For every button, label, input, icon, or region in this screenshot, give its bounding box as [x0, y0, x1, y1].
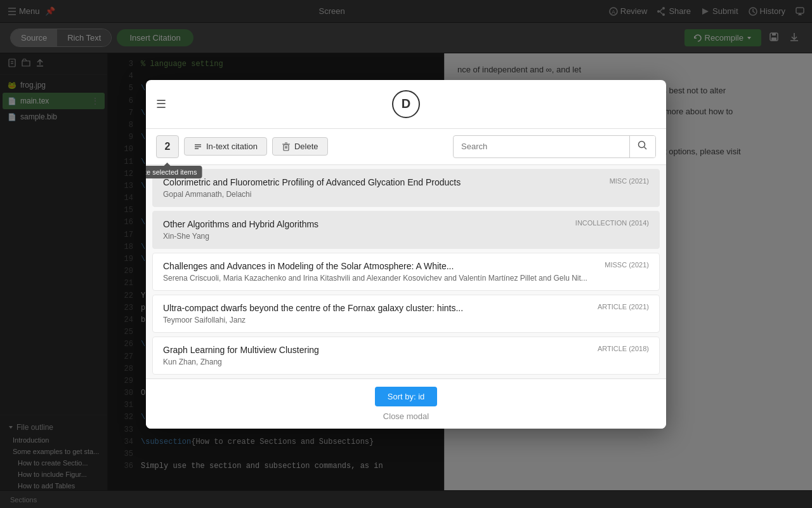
citation-authors: Gopal Ammanath, Delachi — [163, 190, 649, 199]
sort-btn[interactable]: Sort by: id — [375, 387, 438, 406]
citation-authors: Xin-She Yang — [163, 232, 649, 241]
citation-list: MISC (2021) Colorimetric and Fluorometri… — [146, 165, 666, 378]
search-box — [453, 135, 656, 158]
modal: ☰ D 2 Cite selected items In-text citati… — [146, 80, 666, 429]
svg-rect-22 — [284, 145, 289, 150]
citation-item-4[interactable]: ARTICLE (2018) Graph Learning for Multiv… — [152, 337, 660, 375]
citation-item-2[interactable]: MISSC (2021) Challenges and Advances in … — [152, 253, 660, 291]
citation-item-1[interactable]: INCOLLECTION (2014) Other Algorithms and… — [152, 211, 660, 249]
citation-title: Ultra-compact dwarfs beyond the centre o… — [163, 303, 649, 313]
citation-type: MISC (2021) — [610, 177, 649, 185]
citation-authors: Kun Zhan, Zhang — [163, 358, 649, 366]
search-btn[interactable] — [629, 136, 655, 157]
citation-item-3[interactable]: ARTICLE (2021) Ultra-compact dwarfs beyo… — [152, 295, 660, 333]
citation-type: INCOLLECTION (2014) — [575, 219, 649, 227]
modal-overlay: ☰ D 2 Cite selected items In-text citati… — [0, 0, 812, 508]
citation-count: 2 — [156, 135, 179, 158]
svg-point-27 — [639, 141, 645, 147]
citation-type: ARTICLE (2021) — [598, 303, 649, 311]
modal-footer: Sort by: id Close modal — [146, 378, 666, 429]
citation-title: Graph Learning for Multiview Clustering — [163, 345, 649, 355]
delete-btn[interactable]: Delete — [272, 137, 328, 156]
modal-menu-btn[interactable]: ☰ — [156, 97, 166, 111]
tooltip-container: 2 Cite selected items — [156, 135, 179, 158]
modal-logo: D — [392, 90, 420, 118]
citation-type: ARTICLE (2018) — [598, 345, 649, 352]
citation-title: Challenges and Advances in Modeling of t… — [163, 261, 649, 271]
intext-citation-btn[interactable]: In-text citation — [184, 137, 267, 156]
citation-type: MISSC (2021) — [605, 261, 649, 269]
modal-toolbar: 2 Cite selected items In-text citation D… — [146, 129, 666, 165]
modal-header: ☰ D — [146, 80, 666, 129]
search-input[interactable] — [454, 137, 629, 156]
citation-authors: Teymoor Saifollahi, Janz — [163, 316, 649, 324]
citation-title: Colorimetric and Fluorometric Profiling … — [163, 177, 649, 187]
citation-authors: Serena Criscuoli, Maria Kazachenko and I… — [163, 274, 649, 283]
citation-item-0[interactable]: MISC (2021) Colorimetric and Fluorometri… — [152, 169, 660, 207]
close-modal-btn[interactable]: Close modal — [383, 411, 429, 421]
svg-line-28 — [645, 147, 647, 149]
